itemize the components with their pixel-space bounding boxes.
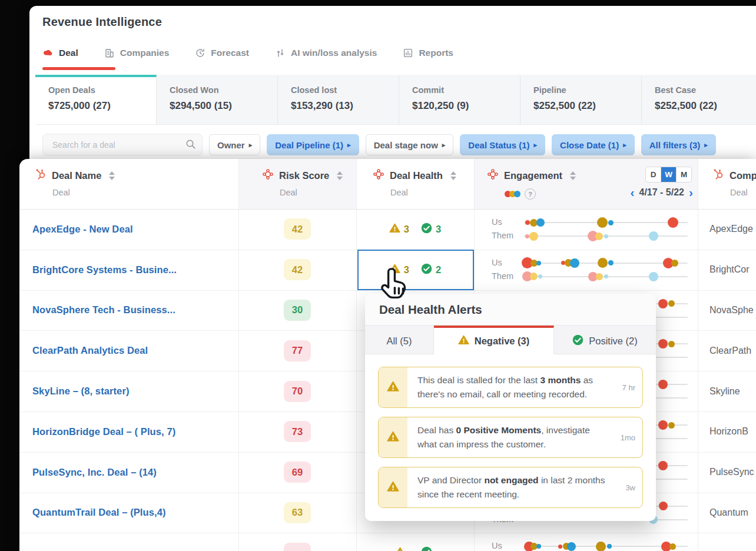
- summary-cards-strip: Open Deals$725,000 (27)Closed Won$294,50…: [35, 75, 756, 125]
- selected-deal-health-cell[interactable]: [357, 250, 474, 290]
- company-deal-name: ApexEdge: [709, 209, 753, 250]
- summary-card-best-case[interactable]: Best Case$252,500 (22): [642, 75, 756, 124]
- popup-tab-positive-2[interactable]: Positive (2): [554, 326, 656, 354]
- tab-companies[interactable]: Companies: [104, 48, 170, 58]
- sort-toggle[interactable]: [337, 171, 343, 180]
- tab-ai-win-loss-analysis[interactable]: AI win/loss analysis: [275, 48, 377, 58]
- tab-reports[interactable]: Reports: [403, 48, 453, 58]
- card-value: $725,000 (27): [48, 100, 156, 112]
- column-header-engagement[interactable]: Engagement ? DWM ‹ 4/17 - 5/22 ›: [474, 159, 698, 209]
- tab-forecast[interactable]: Forecast: [195, 48, 249, 58]
- engagement-cell: UsThem: [474, 533, 698, 551]
- alert-timestamp: 7 hr: [612, 367, 642, 407]
- deal-name-link[interactable]: ApexEdge - New Deal: [32, 209, 133, 250]
- companies-icon: [104, 48, 115, 58]
- chevron-left-icon[interactable]: ‹: [631, 186, 635, 198]
- risk-score-cell: 63: [238, 493, 356, 533]
- tab-label: Companies: [120, 48, 170, 58]
- filter-chips: Owner▸Deal Pipeline (1)▸Deal stage now▸D…: [209, 134, 716, 155]
- filter-chip-owner[interactable]: Owner▸: [209, 134, 260, 155]
- engagement-dot: [536, 544, 541, 549]
- warning-icon: [394, 546, 406, 551]
- alerts-list: This deal is stalled for the last 3 mont…: [365, 354, 656, 521]
- column-subtitle: Deal: [373, 188, 474, 197]
- card-value: $153,290 (13): [291, 100, 399, 112]
- alert-timestamp: 3w: [612, 467, 642, 507]
- column-title: Risk Score: [279, 170, 329, 181]
- risk-score-badge: 73: [284, 421, 311, 442]
- ai-winloss-icon: [275, 48, 286, 58]
- popup-tab-all-5[interactable]: All (5): [365, 326, 434, 354]
- engagement-dot: [659, 502, 668, 510]
- column-header-deal-name[interactable]: Deal Name Deal: [19, 159, 238, 209]
- filter-chip-deal-stage-now[interactable]: Deal stage now▸: [366, 134, 454, 155]
- deal-health-cell[interactable]: 33: [356, 209, 474, 250]
- chevron-right-icon[interactable]: ›: [689, 186, 693, 198]
- deal-name-link[interactable]: NovaSphere Tech - Business...: [32, 290, 175, 331]
- engagement-dot: [649, 231, 658, 241]
- risk-score-badge: 42: [284, 259, 311, 280]
- summary-card-closed-won[interactable]: Closed Won$294,500 (15): [157, 75, 278, 124]
- search-input[interactable]: [51, 140, 185, 150]
- card-value: $252,500 (22): [533, 100, 641, 112]
- engagement-dot: [538, 274, 542, 278]
- filter-chip-deal-pipeline-1[interactable]: Deal Pipeline (1)▸: [267, 134, 359, 155]
- card-label: Closed Won: [170, 85, 277, 95]
- page-title: Revenue Intelligence: [42, 15, 162, 29]
- risk-score-cell: 30: [238, 290, 356, 331]
- filter-chip-deal-status-1[interactable]: Deal Status (1)▸: [460, 134, 545, 155]
- filter-chip-close-date-1[interactable]: Close Date (1)▸: [552, 134, 635, 155]
- negative-count: 3: [404, 224, 409, 235]
- tab-label: Deal: [59, 48, 78, 58]
- date-range-label: 4/17 - 5/22: [639, 187, 685, 198]
- alert-item: VP and Director not engaged in last 2 mo…: [378, 467, 643, 508]
- engagement-dot: [595, 233, 603, 240]
- alert-severity-stripe: [379, 367, 407, 407]
- period-m-button[interactable]: M: [677, 167, 691, 182]
- us-label: Us: [492, 258, 502, 267]
- risk-score-cell: 70: [238, 371, 356, 411]
- period-d-button[interactable]: D: [646, 167, 661, 182]
- alert-severity-stripe: [379, 417, 407, 457]
- deal-name-link[interactable]: ClearPath Analytics Deal: [32, 330, 148, 371]
- deal-name-link[interactable]: BrightCore Systems - Busine...: [32, 250, 177, 290]
- summary-card-pipeline[interactable]: Pipeline$252,500 (22): [520, 75, 642, 124]
- engagement-cell: UsThem: [474, 209, 698, 250]
- summary-card-closed-lost[interactable]: Closed lost$153,290 (13): [278, 75, 399, 124]
- column-header-deal-health[interactable]: Deal Health Deal: [356, 159, 474, 209]
- card-label: Closed lost: [291, 85, 399, 95]
- popup-title: Deal Health Alerts: [365, 294, 656, 326]
- active-tab-underline: [42, 67, 115, 70]
- deal-name-link[interactable]: HorizonBridge Deal – ( Plus, 7): [32, 411, 175, 452]
- deal-health-cell[interactable]: [356, 533, 474, 551]
- sort-toggle[interactable]: [570, 171, 576, 180]
- summary-card-open-deals[interactable]: Open Deals$725,000 (27): [35, 75, 157, 124]
- period-toggle: DWM: [645, 167, 692, 182]
- alert-timestamp: 1mo: [612, 417, 642, 457]
- engagement-dot: [570, 258, 579, 268]
- tab-deal[interactable]: Deal: [42, 47, 78, 58]
- company-deal-name: Quantum: [709, 493, 748, 533]
- summary-card-commit[interactable]: Commit$120,250 (9): [399, 75, 520, 124]
- sort-toggle[interactable]: [450, 171, 456, 180]
- help-icon[interactable]: ?: [525, 188, 536, 200]
- column-header-company[interactable]: Comp Deal: [698, 159, 756, 209]
- deal-name-link[interactable]: PulseSync, Inc. Deal – (14): [32, 452, 157, 493]
- us-timeline: [524, 263, 688, 264]
- company-deal-name: NovaSphe: [709, 290, 754, 331]
- deal-name-link[interactable]: SkyLine – (8, starter): [32, 371, 130, 411]
- hubspot-icon: [712, 168, 724, 182]
- popup-tab-negative-3[interactable]: Negative (3): [434, 326, 554, 354]
- engagement-dot: [536, 261, 541, 265]
- warning-icon: [458, 334, 469, 348]
- sort-toggle[interactable]: [109, 171, 115, 180]
- date-range-nav: ‹ 4/17 - 5/22 ›: [631, 186, 694, 198]
- table-header: Deal Name Deal Risk Score Deal Deal Heal…: [19, 159, 756, 210]
- card-label: Best Case: [655, 85, 756, 95]
- page-background: { "app": { "title": "Revenue Intelligenc…: [0, 0, 756, 551]
- period-w-button[interactable]: W: [661, 167, 677, 182]
- deal-name-link[interactable]: QuantumTrail Deal – (Plus,4): [32, 493, 166, 533]
- column-header-risk-score[interactable]: Risk Score Deal: [238, 159, 356, 209]
- deal-search[interactable]: [42, 134, 203, 156]
- filter-chip-all-filters-3[interactable]: All filters (3)▸: [641, 134, 716, 155]
